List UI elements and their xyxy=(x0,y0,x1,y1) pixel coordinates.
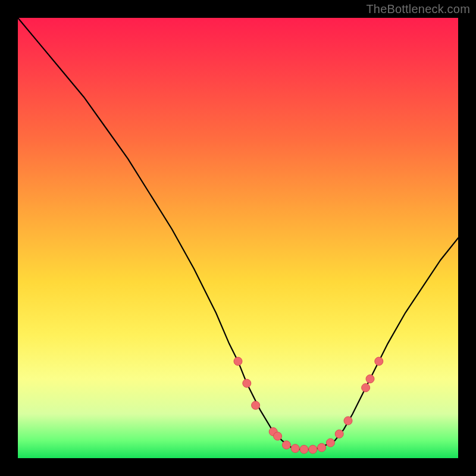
chart-svg xyxy=(18,18,458,458)
data-marker xyxy=(366,375,374,383)
data-marker xyxy=(243,379,251,387)
data-marker xyxy=(335,430,343,438)
data-marker xyxy=(375,357,383,365)
data-marker xyxy=(234,357,242,365)
data-marker xyxy=(291,444,299,453)
data-marker xyxy=(309,445,317,453)
data-marker xyxy=(326,439,334,447)
data-marker xyxy=(300,445,308,453)
chart-stage: TheBottleneck.com xyxy=(0,0,476,476)
bottleneck-curve xyxy=(18,18,458,449)
data-marker xyxy=(274,432,282,440)
data-marker xyxy=(252,401,260,409)
data-marker xyxy=(362,384,370,392)
data-marker xyxy=(318,443,326,452)
marker-group xyxy=(234,357,383,453)
data-marker xyxy=(282,441,290,449)
data-marker xyxy=(344,416,352,425)
watermark-text: TheBottleneck.com xyxy=(366,2,470,16)
plot-area xyxy=(18,18,458,458)
